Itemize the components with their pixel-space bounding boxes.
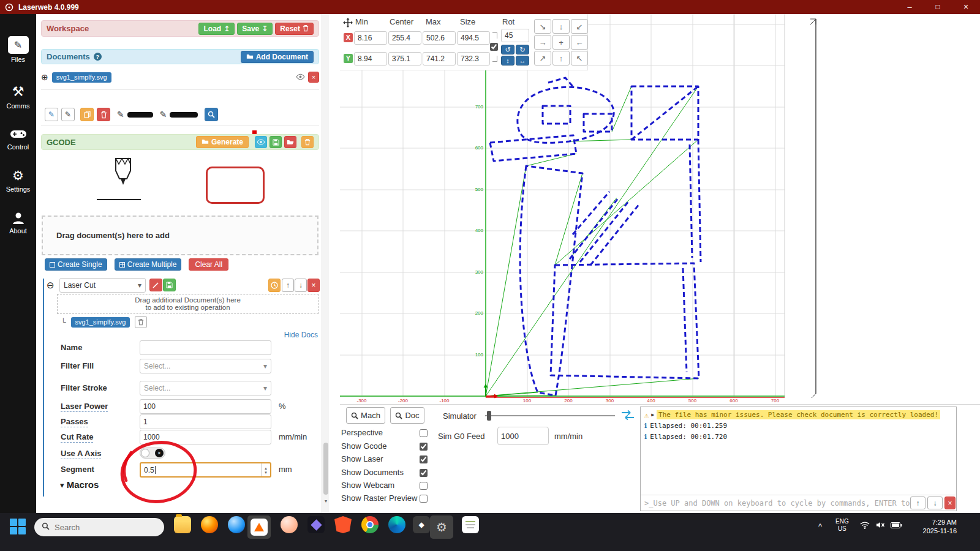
filter-stroke-select[interactable]: Select...▾ — [140, 381, 271, 395]
maximize-button[interactable]: □ — [924, 0, 952, 14]
sidebar-item-control[interactable]: Control — [0, 128, 36, 151]
expand-doc-icon[interactable]: ⊕ — [41, 72, 48, 82]
checkbox-show-webcam[interactable] — [420, 482, 428, 490]
clear-gcode-button[interactable] — [301, 136, 314, 148]
tray-language[interactable]: ENGUS — [835, 518, 849, 533]
stroke-color-button[interactable]: ✎ — [61, 108, 75, 121]
rotate-cw-button[interactable]: ↻ — [516, 45, 529, 54]
document-tag[interactable]: svg1_simplfy.svg — [52, 72, 111, 83]
canvas-viewport[interactable]: Min Center Max Size Rot X Y ↺ ↻ ↕ ↔ ↘ ↓ … — [340, 14, 980, 404]
notepad-icon[interactable] — [462, 516, 479, 533]
move-icon[interactable] — [343, 18, 353, 29]
sidebar-item-about[interactable]: About — [0, 211, 36, 234]
operation-document-tag[interactable]: svg1_simplfy.svg — [71, 317, 130, 328]
x-center-input[interactable] — [388, 31, 421, 45]
create-multiple-button[interactable]: Create Multiple — [115, 258, 182, 271]
tab-mach[interactable]: Mach — [346, 407, 385, 424]
name-input[interactable] — [140, 340, 271, 355]
hide-docs-link[interactable]: Hide Docs — [275, 331, 318, 339]
save-gcode-button[interactable] — [270, 136, 282, 148]
settings-gear-icon[interactable]: ⚙ — [433, 519, 450, 536]
anchor-nw-button[interactable]: ↖ — [571, 51, 588, 66]
operation-type-select[interactable]: Laser Cut▾ — [59, 278, 146, 293]
search-input[interactable] — [55, 523, 146, 532]
clear-console-button[interactable]: × — [944, 497, 956, 509]
anchor-se-button[interactable]: ↘ — [534, 19, 551, 34]
create-single-button[interactable]: Create Single — [45, 258, 107, 271]
anchor-ne-button[interactable]: ↗ — [534, 51, 551, 66]
anchor-w-button[interactable]: ← — [571, 35, 588, 50]
firefox-icon[interactable] — [201, 516, 218, 533]
stroke-swatch[interactable] — [170, 112, 198, 118]
checkbox-show-documents[interactable] — [420, 469, 428, 477]
console-command-input[interactable]: >_Use UP and DOWN on keyboard to cycle b… — [644, 499, 919, 508]
battery-icon[interactable] — [891, 522, 902, 531]
tray-clock[interactable]: 7:29 AM 2025-11-16 — [910, 518, 957, 535]
load-gcode-button[interactable] — [284, 136, 296, 148]
taskbar-search[interactable] — [34, 518, 164, 536]
delete-operation-button[interactable]: × — [307, 279, 320, 292]
scroll-down-button[interactable]: ▾ — [322, 497, 330, 506]
anchor-center-button[interactable]: + — [552, 35, 570, 50]
checkbox-perspective[interactable] — [420, 429, 428, 437]
anchor-e-button[interactable]: → — [534, 35, 551, 50]
passes-input[interactable] — [140, 414, 271, 429]
number-stepper[interactable]: ▴ ▾ — [261, 463, 270, 476]
rotate-ccw-button[interactable]: ↺ — [501, 45, 514, 54]
save-button[interactable]: Save↧ — [237, 23, 273, 35]
simulator-slider-handle[interactable] — [487, 411, 491, 421]
eye-icon[interactable] — [296, 73, 305, 82]
sidebar-item-settings[interactable]: ⚙ Settings — [0, 168, 36, 193]
save-operation-button[interactable] — [163, 279, 176, 291]
fill-color-button[interactable]: ✎ — [45, 108, 58, 121]
close-button[interactable]: × — [952, 0, 980, 14]
tray-expand-caret[interactable]: ^ — [818, 522, 822, 531]
flip-vertical-button[interactable]: ↕ — [501, 56, 514, 66]
lock-aspect-checkbox[interactable] — [490, 43, 498, 51]
delete-document-button[interactable] — [97, 108, 110, 121]
y-min-input[interactable] — [354, 52, 387, 66]
file-explorer-icon[interactable] — [174, 516, 191, 533]
stepper-down-icon[interactable]: ▾ — [265, 470, 267, 474]
y-max-input[interactable] — [423, 52, 456, 66]
volume-muted-icon[interactable] — [876, 521, 886, 531]
help-icon[interactable]: ? — [94, 53, 102, 61]
tab-doc[interactable]: Doc — [390, 407, 424, 424]
checkbox-show-gcode[interactable] — [420, 443, 428, 451]
add-document-button[interactable]: Add Document — [241, 51, 314, 63]
sidebar-item-comms[interactable]: ⚒ Comms — [0, 84, 36, 110]
clone-document-button[interactable] — [80, 108, 94, 121]
rotation-input[interactable] — [501, 29, 529, 42]
generate-gcode-button[interactable]: Generate — [196, 136, 249, 148]
collapse-operation-icon[interactable]: ⊖ — [47, 280, 55, 291]
macros-toggle[interactable]: ▾ Macros — [60, 479, 99, 490]
clear-all-button[interactable]: Clear All — [189, 258, 228, 271]
x-min-input[interactable] — [354, 31, 387, 45]
start-button[interactable] — [10, 519, 27, 536]
thunderbird-icon[interactable] — [281, 516, 298, 533]
y-size-input[interactable] — [457, 52, 490, 66]
anchor-n-button[interactable]: ↑ — [552, 51, 570, 66]
history-down-button[interactable]: ↓ — [927, 497, 943, 509]
pick-settings-button[interactable] — [149, 279, 162, 291]
drop-zone[interactable]: Drag document(s) here to add — [42, 216, 318, 255]
move-operation-up-button[interactable]: ↑ — [282, 279, 294, 292]
zoom-document-button[interactable] — [205, 108, 218, 121]
y-center-input[interactable] — [388, 52, 421, 66]
inkscape-icon[interactable]: ◆ — [413, 516, 430, 533]
operation-time-button[interactable] — [268, 279, 281, 292]
edge-icon[interactable] — [388, 516, 405, 533]
scrollbar-thumb[interactable] — [323, 443, 328, 495]
brave-icon[interactable] — [334, 516, 352, 533]
x-max-input[interactable] — [423, 31, 456, 45]
stepper-up-icon[interactable]: ▴ — [265, 466, 267, 470]
sidebar-item-files[interactable]: ✎ Files — [0, 36, 36, 63]
titlebar[interactable]: Laserweb 4.0.999 – □ × — [0, 0, 980, 14]
view-gcode-button[interactable] — [255, 136, 267, 148]
reset-button[interactable]: Reset — [275, 23, 314, 35]
panel-scrollbar[interactable]: ▾ — [322, 14, 329, 513]
laser-power-input[interactable] — [140, 399, 271, 414]
move-operation-down-button[interactable]: ↓ — [295, 279, 307, 292]
opera-icon[interactable] — [228, 516, 245, 533]
anchor-s-button[interactable]: ↓ — [552, 19, 570, 34]
